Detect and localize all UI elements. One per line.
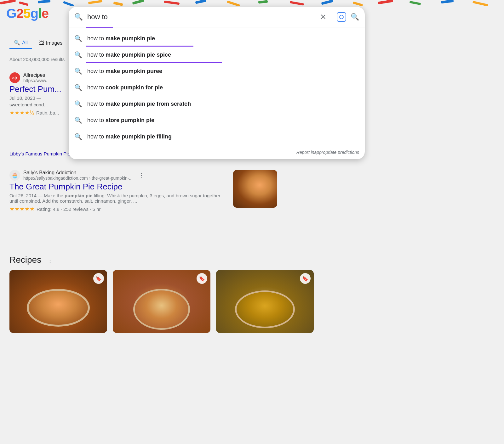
result-sallys: 🧁 Sally's Baking Addiction https://sally… (9, 170, 277, 212)
sallys-header: 🧁 Sally's Baking Addiction https://sally… (9, 170, 277, 212)
suggestion-item-7[interactable]: 🔍 how to make pumpkin pie filling (69, 128, 365, 145)
images-icon: 🖼 (39, 40, 44, 46)
recipe-card-1: 🔖 (9, 270, 107, 333)
sallys-menu-dots[interactable]: ⋮ (138, 171, 145, 179)
suggestion-search-icon-1: 🔍 (74, 35, 82, 42)
suggestion-text-6: how to store pumpkin pie (87, 117, 154, 124)
tab-images-label: Images (46, 40, 62, 46)
suggestion-item-2[interactable]: 🔍 how to make pumpkin pie spice (69, 47, 365, 63)
recipes-menu-dots[interactable]: ⋮ (47, 256, 53, 264)
suggestion-search-icon-3: 🔍 (74, 67, 82, 75)
allrecipes-site-url: https://www. (23, 78, 47, 83)
google-logo: G25gle (6, 7, 60, 20)
tab-images[interactable]: 🖼 Images (35, 38, 67, 48)
sallys-rating-text: Rating: 4.8 · 252 reviews · 5 hr (37, 206, 100, 212)
recipe-card-img-2: 🔖 (113, 270, 210, 333)
suggestion-text-2: how to make pumpkin pie spice (87, 52, 171, 58)
search-container: 🔍 ✕ 🔍 🔍 how to make pumpkin pie 🔍 how t (69, 7, 365, 159)
suggestion-search-icon-5: 🔍 (74, 100, 82, 108)
recipes-title: Recipes (9, 255, 41, 265)
sallys-site-url: https://sallysbakingaddiction.com › the-… (23, 176, 133, 181)
sallys-rating: ★★★★★ Rating: 4.8 · 252 reviews · 5 hr (9, 205, 227, 212)
sallys-title[interactable]: The Great Pumpkin Pie Recipe (9, 182, 227, 192)
suggestions-list: 🔍 how to make pumpkin pie 🔍 how to make … (69, 28, 365, 147)
suggestion-search-icon-4: 🔍 (74, 84, 82, 91)
search-icon: 🔍 (14, 40, 20, 46)
search-icon-main: 🔍 (74, 13, 83, 21)
bookmark-2[interactable]: 🔖 (197, 273, 207, 284)
recipes-header: Recipes ⋮ (9, 255, 356, 265)
nav-tabs: 🔍 All 🖼 Images (9, 37, 67, 49)
suggestion-text-5: how to make pumpkin pie from scratch (87, 101, 191, 107)
sallys-site-name: Sally's Baking Addiction (23, 170, 133, 176)
allrecipes-rating-text: Ratin..ba... (36, 110, 59, 115)
suggestion-item-5[interactable]: 🔍 how to make pumpkin pie from scratch (69, 96, 365, 112)
suggestion-item-6[interactable]: 🔍 how to store pumpkin pie (69, 112, 365, 128)
recipe-card-2: 🔖 (113, 270, 210, 333)
sallys-stars: ★★★★★ (9, 205, 35, 212)
sallys-info: 🧁 Sally's Baking Addiction https://sally… (9, 170, 227, 212)
tab-all[interactable]: 🔍 All (9, 37, 32, 49)
site-info-sallys: 🧁 Sally's Baking Addiction https://sally… (9, 170, 227, 181)
suggestion-search-icon-6: 🔍 (74, 116, 82, 124)
search-input[interactable] (87, 13, 316, 21)
recipe-card-3: 🔖 (216, 270, 314, 333)
suggestion-text-7: how to make pumpkin pie filling (87, 133, 172, 140)
suggestion-search-icon-2: 🔍 (74, 51, 82, 59)
recipe-cards: 🔖 🔖 🔖 (9, 270, 356, 333)
results-count: About 208,000,000 results (9, 57, 65, 62)
pie-image-visual (233, 170, 277, 208)
search-input-row: 🔍 ✕ 🔍 (69, 7, 365, 27)
recipe-card-img-1: 🔖 (9, 270, 107, 333)
recipe-card-img-3: 🔖 (216, 270, 314, 333)
lens-icon (339, 15, 344, 19)
search-actions: ✕ 🔍 (319, 11, 359, 23)
tab-all-label: All (22, 40, 28, 46)
link-libbys[interactable]: Libby's Famous Pumpkin Pie (9, 151, 70, 156)
suggestion-item-4[interactable]: 🔍 how to cook pumpkin for pie (69, 79, 365, 96)
suggestion-text-1: how to make pumpkin pie (87, 35, 155, 42)
allrecipes-site-name: Allrecipes (23, 72, 47, 78)
bookmark-3[interactable]: 🔖 (300, 273, 311, 284)
allrecipes-stars: ★★★★½ (9, 109, 34, 116)
confetti-bar (0, 0, 504, 6)
sallys-favicon: 🧁 (9, 170, 20, 181)
allrecipes-favicon: a|r (9, 72, 20, 83)
google-logo-area: G25gle (0, 0, 66, 23)
suggestion-text-3: how to make pumpkin puree (87, 68, 162, 75)
clear-button[interactable]: ✕ (319, 11, 328, 23)
sallys-image (233, 170, 277, 208)
suggestion-item-3[interactable]: 🔍 how to make pumpkin puree (69, 63, 365, 79)
suggestion-item-1[interactable]: 🔍 how to make pumpkin pie (69, 30, 365, 47)
bookmark-1[interactable]: 🔖 (93, 273, 104, 284)
suggestion-search-icon-7: 🔍 (74, 133, 82, 140)
suggestion-text-4: how to cook pumpkin for pie (87, 84, 163, 91)
recipes-section: Recipes ⋮ 🔖 🔖 (9, 255, 356, 333)
vertical-divider (332, 12, 332, 22)
sallys-date: Oct 26, 2014 — Make the pumpkin pie fill… (9, 193, 227, 204)
lens-button[interactable] (337, 12, 346, 22)
report-predictions-link[interactable]: Report inappropriate predictions (69, 147, 365, 159)
search-button[interactable]: 🔍 (351, 13, 359, 21)
